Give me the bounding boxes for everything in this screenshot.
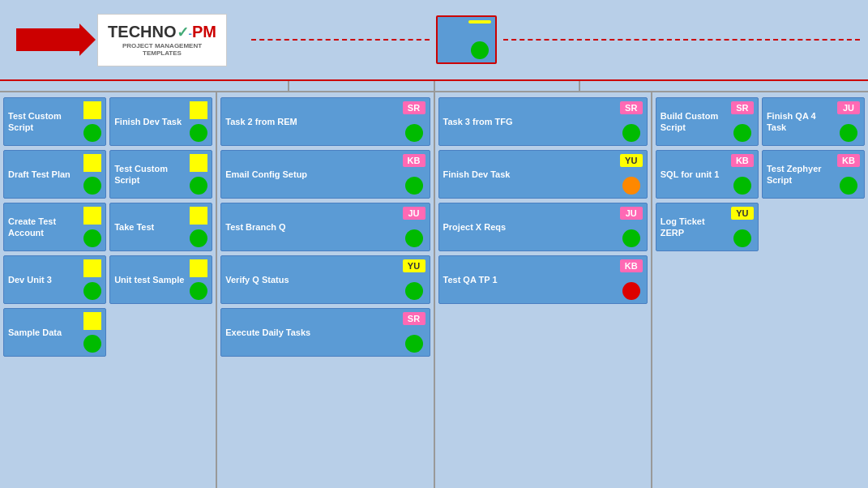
card-tag: KB <box>731 154 754 167</box>
card-yellow-square <box>83 259 101 277</box>
card-text: Test Branch Q <box>225 207 399 247</box>
card-item[interactable]: Finish Dev Task <box>109 97 212 146</box>
card-tag: YU <box>620 154 643 167</box>
done-column: Build Custom ScriptSRSQL for unit 1KBLog… <box>652 92 868 488</box>
card-right: YU <box>731 207 754 247</box>
card-dot <box>405 229 423 247</box>
card-tag: JU <box>837 101 860 114</box>
card-right: KB <box>403 154 425 195</box>
columns-body: Test Custom ScriptDraft Test PlanCreate … <box>0 92 868 488</box>
card-text: Execute Daily Tasks <box>225 312 399 353</box>
card-right <box>190 154 207 195</box>
card-right: KB <box>837 154 860 195</box>
card-text: Create Test Account <box>8 207 80 247</box>
card-right: KB <box>620 259 643 300</box>
card-dot <box>733 229 751 247</box>
card-text: Email Config Setup <box>225 154 399 195</box>
card-right: SR <box>403 312 425 353</box>
card-yellow-square <box>190 101 207 119</box>
card-right: JU <box>403 207 425 247</box>
card-dot <box>622 124 640 142</box>
card-item[interactable]: Test Custom Script <box>3 97 106 146</box>
card-dot <box>190 229 207 247</box>
card-dot <box>733 177 751 195</box>
card-text: Take Test <box>114 207 186 247</box>
card-dot <box>83 282 101 300</box>
card-tag: JU <box>403 207 425 220</box>
card-item[interactable]: Create Test Account <box>3 203 106 251</box>
backlog-column: Test Custom ScriptDraft Test PlanCreate … <box>0 92 217 488</box>
card-tag: SR <box>403 312 425 325</box>
card-item[interactable]: Finish QA 4 TaskJU <box>762 97 865 146</box>
card-text: Build Custom Script <box>661 101 728 142</box>
card-right: KB <box>731 154 754 195</box>
card-text: Test Zephyer Script <box>767 154 834 195</box>
card-text: Draft Test Plan <box>8 154 80 195</box>
card-item[interactable]: Test Zephyer ScriptKB <box>762 150 865 199</box>
express-lane-bar: TECHNO✓-PM PROJECT MANAGEMENT TEMPLATES <box>0 0 868 81</box>
card-item[interactable]: Log Ticket ZERPYU <box>656 203 759 251</box>
card-yellow-square <box>83 312 101 330</box>
express-card-right <box>468 20 491 59</box>
card-right <box>83 259 101 300</box>
card-text: Sample Data <box>8 312 80 353</box>
card-tag: JU <box>620 207 643 220</box>
card-text: Finish Dev Task <box>114 101 186 142</box>
card-item[interactable]: Sample Data <box>3 308 106 357</box>
card-tag: YU <box>731 207 754 220</box>
card-right <box>83 154 101 195</box>
card-dot <box>190 177 207 195</box>
card-right <box>190 207 207 247</box>
card-dot <box>405 177 423 195</box>
card-item[interactable]: Email Config SetupKB <box>220 150 430 199</box>
card-dot <box>405 124 423 142</box>
backlog-sub-left: Test Custom ScriptDraft Test PlanCreate … <box>3 97 106 483</box>
card-item[interactable]: Draft Test Plan <box>3 150 106 199</box>
card-yellow-square <box>83 154 101 172</box>
card-dot <box>733 124 751 142</box>
card-tag: KB <box>403 154 425 167</box>
card-item[interactable]: Execute Daily TasksSR <box>220 308 430 357</box>
card-item[interactable]: Test QA TP 1KB <box>438 255 648 304</box>
logo: TECHNO✓-PM PROJECT MANAGEMENT TEMPLATES <box>97 14 227 66</box>
card-item[interactable]: Test Custom Script <box>109 150 212 199</box>
express-card-dot <box>471 41 489 59</box>
card-dot <box>83 335 101 353</box>
card-item[interactable]: Finish Dev TaskYU <box>438 150 648 199</box>
card-tag: SR <box>731 101 754 114</box>
card-item[interactable]: Build Custom ScriptSR <box>656 97 759 146</box>
card-item[interactable]: Task 2 from REMSR <box>220 97 430 146</box>
card-text: SQL for unit 1 <box>661 154 728 195</box>
express-card-text <box>442 20 465 59</box>
card-item[interactable]: Project X ReqsJU <box>438 203 648 251</box>
card-dot <box>190 282 207 300</box>
express-card[interactable] <box>436 15 497 64</box>
card-yellow-square <box>83 101 101 119</box>
card-dot <box>622 177 640 195</box>
card-item[interactable]: Take Test <box>109 203 212 251</box>
card-item[interactable]: Unit test Sample <box>109 255 212 304</box>
card-item[interactable]: Task 3 from TFGSR <box>438 97 648 146</box>
card-item[interactable]: SQL for unit 1KB <box>656 150 759 199</box>
card-text: Task 3 from TFG <box>443 101 617 142</box>
card-right <box>190 101 207 142</box>
card-text: Finish QA 4 Task <box>767 101 834 142</box>
card-right: JU <box>620 207 643 247</box>
card-right: SR <box>403 101 425 142</box>
board: Test Custom ScriptDraft Test PlanCreate … <box>0 81 868 488</box>
col-header-done <box>580 81 868 91</box>
card-item[interactable]: Verify Q StatusYU <box>220 255 430 304</box>
card-dot <box>83 177 101 195</box>
card-text: Test QA TP 1 <box>443 259 617 300</box>
card-tag: SR <box>620 101 643 114</box>
card-text: Task 2 from REM <box>225 101 399 142</box>
card-item[interactable]: Test Branch QJU <box>220 203 430 251</box>
card-text: Dev Unit 3 <box>8 259 80 300</box>
card-yellow-square <box>190 154 207 172</box>
card-dot <box>622 229 640 247</box>
card-item[interactable]: Dev Unit 3 <box>3 255 106 304</box>
card-text: Test Custom Script <box>8 101 80 142</box>
card-yellow-square <box>83 207 101 225</box>
card-dot <box>83 124 101 142</box>
card-right: YU <box>403 259 425 300</box>
